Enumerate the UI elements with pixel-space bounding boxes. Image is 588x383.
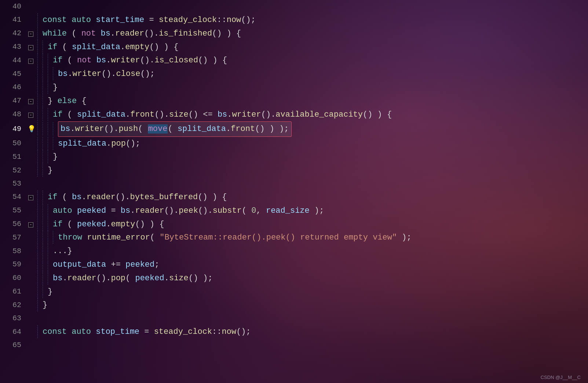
- indent-guide: [53, 137, 58, 150]
- code-token: const: [43, 327, 72, 336]
- code-token: available_capacity: [275, 110, 363, 119]
- fold-column: [26, 177, 36, 190]
- lightbulb-icon[interactable]: 💡: [28, 123, 36, 136]
- indent-guide: [37, 218, 43, 231]
- table-row: 61}: [0, 285, 588, 299]
- table-row: 50split_data.pop();: [0, 137, 588, 150]
- code-token: ::: [212, 327, 222, 336]
- code-line-content: if ( not bs.writer().is_closed() ) {: [36, 54, 588, 67]
- table-row: 56-if ( peeked.empty() ) {: [0, 218, 588, 231]
- code-token: if: [53, 110, 62, 119]
- code-token: bs: [101, 29, 110, 38]
- table-row: 64const auto stop_time = steady_clock::n…: [0, 325, 588, 339]
- table-row: 45bs.writer().close();: [0, 67, 588, 81]
- indent-guide: [43, 108, 48, 121]
- code-token: <=: [203, 110, 218, 119]
- fold-column: [26, 137, 36, 150]
- line-number: 55: [0, 204, 26, 218]
- indent-guide: [48, 204, 53, 217]
- code-token: bs: [58, 69, 67, 79]
- code-line-content: }: [36, 285, 588, 299]
- code-token: () ) );: [255, 124, 289, 134]
- code-token: peeked: [125, 260, 154, 269]
- indent-guide: [43, 271, 48, 285]
- code-token: .: [106, 219, 111, 229]
- line-number: 57: [0, 231, 26, 244]
- indent-guide: [43, 137, 48, 150]
- fold-icon[interactable]: -: [28, 222, 33, 227]
- code-token: }: [53, 83, 58, 92]
- code-token: {: [77, 96, 86, 106]
- table-row: 40: [0, 0, 588, 13]
- code-token: substr: [213, 206, 242, 215]
- indent-guide: [37, 164, 43, 177]
- fold-column: [26, 325, 36, 339]
- code-token: push: [118, 124, 138, 134]
- code-token: steady_clock: [154, 327, 212, 336]
- code-token: pop: [111, 139, 126, 148]
- code-token: .: [81, 193, 86, 202]
- code-token: (: [168, 124, 177, 134]
- fold-column: [26, 231, 36, 244]
- line-number: 41: [0, 13, 26, 27]
- fold-column: [26, 285, 36, 299]
- fold-icon[interactable]: -: [28, 59, 33, 64]
- code-token: not: [77, 56, 96, 65]
- indent-guide: [48, 122, 53, 135]
- code-line-content: bs.writer().push( move( split_data.front…: [36, 121, 588, 137]
- code-line-content: bs.reader().pop( peeked.size() );: [36, 271, 588, 285]
- code-token: close: [116, 69, 140, 79]
- line-number: 50: [0, 137, 26, 150]
- fold-icon[interactable]: -: [28, 32, 33, 37]
- code-token: =: [149, 15, 158, 25]
- code-token: if: [53, 56, 62, 65]
- fold-icon[interactable]: -: [28, 113, 33, 118]
- code-token: .: [67, 69, 72, 79]
- code-token: () ) {: [135, 219, 164, 229]
- fold-column: [26, 298, 36, 312]
- code-line-content: }: [36, 81, 588, 94]
- code-token: is_finished: [159, 29, 212, 38]
- code-token: (: [62, 110, 77, 119]
- indent-guide: [48, 67, 53, 80]
- indent-guide: [43, 54, 48, 67]
- code-token: not: [81, 29, 101, 38]
- fold-icon[interactable]: -: [28, 45, 33, 50]
- indent-guide: [43, 204, 48, 217]
- fold-column: [26, 271, 36, 285]
- fold-column: [26, 164, 36, 177]
- indent-guide: [48, 81, 53, 94]
- fold-icon[interactable]: -: [28, 195, 33, 200]
- indent-guide: [37, 27, 43, 40]
- line-number: 47: [0, 94, 26, 108]
- code-token: peeked: [77, 219, 106, 229]
- code-token: }: [48, 166, 52, 175]
- code-line-content: throw runtime_error( "ByteStream::reader…: [36, 231, 588, 244]
- code-line-content: }: [36, 164, 588, 177]
- line-number: 62: [0, 298, 26, 312]
- table-row: 44-if ( not bs.writer().is_closed() ) {: [0, 54, 588, 67]
- indent-guide: [37, 190, 43, 204]
- code-line-content: while ( not bs.reader().is_finished() ) …: [36, 27, 588, 40]
- code-token: "ByteStream::reader().peek() returned em…: [160, 233, 397, 242]
- indent-guide: [43, 150, 48, 163]
- table-row: 46}: [0, 81, 588, 94]
- code-token: while: [43, 29, 67, 38]
- fold-column: -: [26, 27, 36, 40]
- code-token: ();: [236, 327, 251, 336]
- fold-icon[interactable]: -: [28, 99, 33, 104]
- indent-guide: [43, 94, 48, 107]
- code-token: peeked: [77, 206, 111, 215]
- indent-guide: [37, 244, 43, 258]
- code-token: bytes_buffered: [130, 193, 198, 202]
- code-line-content: if ( split_data.front().size() <= bs.wri…: [36, 108, 588, 121]
- highlighted-token: move: [148, 124, 168, 134]
- code-token: (: [57, 42, 72, 51]
- code-token: ();: [140, 69, 155, 79]
- line-number: 42: [0, 27, 26, 40]
- code-token: steady_clock: [159, 15, 217, 25]
- table-row: 41const auto start_time = steady_clock::…: [0, 13, 588, 27]
- code-token: start_time: [96, 15, 149, 25]
- line-number: 53: [0, 177, 26, 190]
- indent-guide: [37, 108, 43, 121]
